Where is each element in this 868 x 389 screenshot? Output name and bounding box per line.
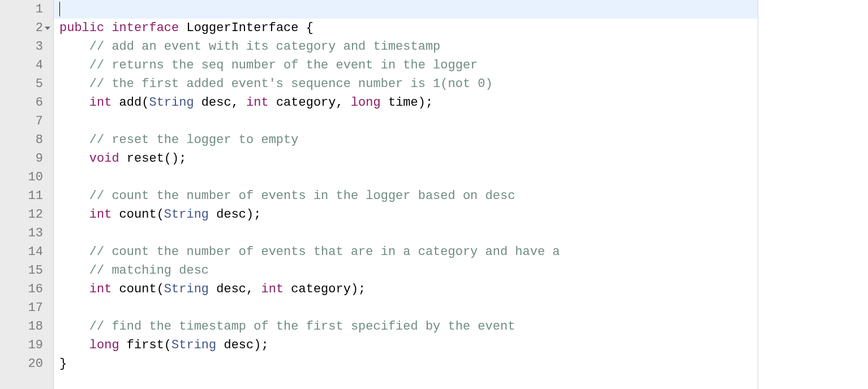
code-line[interactable] bbox=[54, 112, 758, 131]
code-token: // find the timestamp of the first speci… bbox=[89, 319, 515, 334]
code-token bbox=[59, 208, 89, 222]
code-line[interactable]: // returns the seq number of the event i… bbox=[54, 56, 758, 75]
code-inner[interactable]: public interface LoggerInterface { // ad… bbox=[54, 0, 758, 389]
line-number[interactable]: 15 bbox=[0, 261, 43, 280]
line-number[interactable]: 9 bbox=[0, 149, 43, 168]
code-line[interactable] bbox=[54, 224, 758, 243]
code-line[interactable]: int add(String desc, int category, long … bbox=[54, 93, 758, 112]
code-line[interactable]: int count(String desc, int category); bbox=[54, 280, 758, 299]
code-token: // count the number of events in the log… bbox=[89, 189, 515, 203]
code-line[interactable]: // matching desc bbox=[54, 261, 758, 280]
line-number[interactable]: 19 bbox=[0, 336, 43, 355]
code-token: // add an event with its category and ti… bbox=[89, 40, 441, 54]
code-token: void bbox=[89, 152, 119, 166]
text-cursor bbox=[59, 2, 60, 16]
code-line[interactable] bbox=[54, 168, 758, 187]
code-line[interactable]: public interface LoggerInterface { bbox=[54, 19, 758, 37]
code-token: public bbox=[59, 21, 104, 35]
code-line[interactable]: // add an event with its category and ti… bbox=[54, 37, 758, 56]
line-number[interactable]: 13 bbox=[0, 224, 43, 243]
code-token: desc bbox=[209, 208, 246, 222]
code-line[interactable] bbox=[54, 0, 758, 19]
line-number[interactable]: 11 bbox=[0, 187, 43, 205]
code-token bbox=[59, 40, 89, 54]
code-line[interactable]: int count(String desc); bbox=[54, 205, 758, 224]
code-token: ( bbox=[141, 96, 149, 110]
line-number[interactable]: 6 bbox=[0, 93, 43, 112]
line-number[interactable]: 12 bbox=[0, 205, 43, 224]
code-editor: 1234567891011121314151617181920 public i… bbox=[0, 0, 868, 389]
line-number[interactable]: 18 bbox=[0, 317, 43, 336]
code-token: desc bbox=[194, 96, 231, 110]
code-token: (); bbox=[164, 152, 187, 166]
code-token: // returns the seq number of the event i… bbox=[89, 58, 478, 72]
line-number[interactable]: 8 bbox=[0, 131, 43, 149]
line-number[interactable]: 10 bbox=[0, 168, 43, 187]
code-token: desc bbox=[216, 338, 253, 352]
line-number[interactable]: 14 bbox=[0, 243, 43, 261]
code-token: count bbox=[111, 208, 156, 222]
code-line[interactable] bbox=[54, 299, 758, 317]
code-line[interactable]: void reset(); bbox=[54, 149, 758, 168]
code-token bbox=[59, 189, 89, 203]
code-token bbox=[59, 319, 89, 334]
code-token bbox=[179, 21, 186, 35]
code-token: category bbox=[283, 282, 351, 296]
code-token: // the first added event's sequence numb… bbox=[89, 77, 493, 91]
code-token: String bbox=[171, 338, 216, 352]
code-token: long bbox=[89, 338, 119, 352]
code-token: // count the number of events that are i… bbox=[89, 245, 560, 259]
code-line[interactable]: long first(String desc); bbox=[54, 336, 758, 355]
code-token bbox=[343, 96, 351, 110]
code-token: int bbox=[89, 96, 112, 110]
code-token: , bbox=[336, 96, 343, 110]
code-token: String bbox=[164, 208, 209, 222]
code-token: desc bbox=[209, 282, 246, 296]
line-number[interactable]: 20 bbox=[0, 355, 43, 373]
code-token: add bbox=[111, 96, 141, 110]
line-number[interactable]: 7 bbox=[0, 112, 43, 131]
code-token bbox=[59, 133, 89, 147]
code-token: // reset the logger to empty bbox=[89, 133, 299, 147]
line-number[interactable]: 3 bbox=[0, 37, 43, 56]
line-number[interactable]: 17 bbox=[0, 299, 43, 317]
fold-toggle-icon[interactable] bbox=[45, 27, 50, 30]
code-token: reset bbox=[119, 152, 164, 166]
code-token: first bbox=[119, 338, 164, 352]
code-token bbox=[239, 96, 246, 110]
code-token: ); bbox=[246, 208, 261, 222]
code-token bbox=[59, 338, 89, 352]
code-line[interactable]: // reset the logger to empty bbox=[54, 131, 758, 149]
code-token bbox=[253, 282, 261, 296]
code-token bbox=[59, 245, 89, 259]
code-line[interactable]: } bbox=[54, 355, 758, 373]
code-area[interactable]: public interface LoggerInterface { // ad… bbox=[53, 0, 868, 389]
code-line[interactable]: // count the number of events that are i… bbox=[54, 243, 758, 261]
code-token bbox=[59, 77, 89, 91]
line-number[interactable]: 4 bbox=[0, 56, 43, 75]
code-token: int bbox=[246, 96, 269, 110]
code-line[interactable]: // count the number of events in the log… bbox=[54, 187, 758, 205]
code-token: ); bbox=[253, 338, 268, 352]
code-token: int bbox=[89, 282, 112, 296]
code-token: category bbox=[269, 96, 336, 110]
code-token bbox=[59, 282, 89, 296]
code-token: ); bbox=[418, 96, 433, 110]
code-token: ( bbox=[157, 282, 164, 296]
code-token bbox=[59, 58, 89, 72]
code-token: interface bbox=[111, 21, 179, 35]
code-line[interactable]: // find the timestamp of the first speci… bbox=[54, 317, 758, 336]
code-token: } bbox=[59, 357, 67, 371]
code-token: , bbox=[231, 96, 239, 110]
code-token: , bbox=[246, 282, 253, 296]
code-token: int bbox=[261, 282, 283, 296]
line-number[interactable]: 1 bbox=[0, 0, 43, 19]
code-line[interactable]: // the first added event's sequence numb… bbox=[54, 75, 758, 93]
code-token: { bbox=[306, 21, 313, 35]
code-token: count bbox=[111, 282, 156, 296]
line-number[interactable]: 2 bbox=[0, 19, 43, 37]
code-token: time bbox=[381, 96, 418, 110]
line-number[interactable]: 16 bbox=[0, 280, 43, 299]
line-number[interactable]: 5 bbox=[0, 75, 43, 93]
line-number-gutter: 1234567891011121314151617181920 bbox=[0, 0, 53, 389]
